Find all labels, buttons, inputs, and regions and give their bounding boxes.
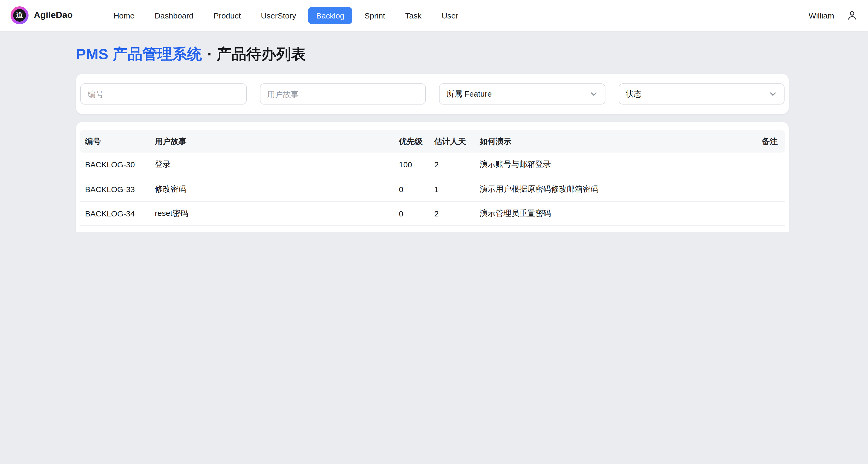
status-select-value: 状态 (626, 89, 642, 99)
nav-item-home[interactable]: Home (105, 7, 143, 24)
cell-days: 1 (429, 225, 474, 232)
cell-days: 1 (429, 177, 474, 201)
page-title-section: 产品待办列表 (217, 46, 306, 62)
main-nav: Home Dashboard Product UserStory Backlog… (105, 7, 466, 24)
column-header-id: 编号 (80, 130, 150, 153)
cell-note (746, 225, 785, 232)
cell-story: 修改密码 (150, 177, 394, 201)
feature-filter-select[interactable]: 所属 Feature (439, 84, 605, 104)
backlog-table-card: 编号 用户故事 优先级 估计人天 如何演示 备注 BACKLOG-30登录100… (76, 122, 789, 232)
table-row[interactable]: BACKLOG-33修改密码01演示用户根据原密码修改邮箱密码 (80, 177, 785, 201)
status-filter-select[interactable]: 状态 (618, 84, 784, 104)
table-row[interactable]: BACKLOG-34reset密码02演示管理员重置密码 (80, 201, 785, 225)
navbar-right: William (809, 10, 858, 21)
cell-priority: 0 (394, 177, 429, 201)
nav-item-user[interactable]: User (434, 7, 466, 24)
cell-story: 登录 (150, 153, 394, 177)
table-header-row: 编号 用户故事 优先级 估计人天 如何演示 备注 (80, 130, 785, 153)
feature-select-value: 所属 Feature (446, 89, 492, 99)
cell-priority: 0 (394, 201, 429, 225)
table-body: BACKLOG-30登录1002演示账号与邮箱登录BACKLOG-33修改密码0… (80, 153, 785, 232)
cell-demo: 演示账号与邮箱登录 (474, 153, 746, 177)
nav-item-sprint[interactable]: Sprint (356, 7, 393, 24)
cell-id: BACKLOG-33 (80, 177, 150, 201)
cell-id: BACKLOG-34 (80, 201, 150, 225)
chevron-down-icon (589, 90, 598, 98)
cell-demo: 演示用户根据原密码修改邮箱密码 (474, 177, 746, 201)
cell-note (746, 153, 785, 177)
cell-priority: 100 (394, 153, 429, 177)
user-profile-icon[interactable] (847, 10, 858, 21)
table-row[interactable]: BACKLOG-6Scrum Master 创建新的 Sprint501演示sp… (80, 225, 785, 232)
top-navbar: 道 AgileDao Home Dashboard Product UserSt… (0, 0, 868, 31)
nav-item-dashboard[interactable]: Dashboard (147, 7, 201, 24)
page-title-system: PMS 产品管理系统 (76, 46, 202, 62)
backlog-table: 编号 用户故事 优先级 估计人天 如何演示 备注 BACKLOG-30登录100… (80, 130, 785, 232)
app: 道 AgileDao Home Dashboard Product UserSt… (0, 0, 868, 232)
column-header-priority: 优先级 (394, 130, 429, 153)
cell-note (746, 177, 785, 201)
nav-item-userstory[interactable]: UserStory (253, 7, 304, 24)
user-name[interactable]: William (809, 11, 834, 20)
nav-item-backlog[interactable]: Backlog (308, 7, 352, 24)
story-filter-input[interactable] (260, 84, 426, 104)
nav-item-product[interactable]: Product (206, 7, 249, 24)
column-header-story: 用户故事 (150, 130, 394, 153)
cell-days: 2 (429, 153, 474, 177)
cell-days: 2 (429, 201, 474, 225)
cell-story: Scrum Master 创建新的 Sprint (150, 225, 394, 232)
brand-logo-icon: 道 (10, 6, 29, 24)
cell-demo: 演示管理员重置密码 (474, 201, 746, 225)
cell-id: BACKLOG-6 (80, 225, 150, 232)
chevron-down-icon (769, 90, 777, 98)
cell-id: BACKLOG-30 (80, 153, 150, 177)
page-title: PMS 产品管理系统·产品待办列表 (76, 44, 789, 64)
cell-priority: 50 (394, 225, 429, 232)
nav-item-task[interactable]: Task (397, 7, 430, 24)
filter-bar: 所属 Feature 状态 (76, 74, 789, 114)
brand-logo-glyph: 道 (13, 9, 26, 22)
brand[interactable]: 道 AgileDao (10, 6, 73, 24)
cell-story: reset密码 (150, 201, 394, 225)
table-row[interactable]: BACKLOG-30登录1002演示账号与邮箱登录 (80, 153, 785, 177)
cell-demo: 演示sprint创建 (474, 225, 746, 232)
column-header-note: 备注 (746, 130, 785, 153)
id-filter-input[interactable] (80, 84, 246, 104)
column-header-demo: 如何演示 (474, 130, 746, 153)
page-content: PMS 产品管理系统·产品待办列表 所属 Feature 状态 (76, 44, 789, 232)
cell-note (746, 201, 785, 225)
column-header-days: 估计人天 (429, 130, 474, 153)
brand-name: AgileDao (34, 10, 73, 21)
page-title-separator: · (207, 46, 212, 62)
